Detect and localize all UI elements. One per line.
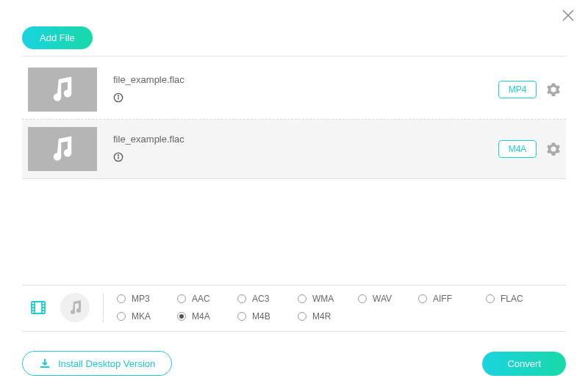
format-option-label: M4A	[192, 311, 210, 322]
format-option-m4b[interactable]: M4B	[237, 311, 298, 322]
video-category-tab[interactable]	[29, 299, 47, 316]
close-button[interactable]	[562, 9, 575, 25]
format-option-label: WAV	[373, 294, 392, 304]
divider	[22, 56, 566, 57]
format-badge[interactable]: MP4	[498, 81, 537, 98]
radio-icon	[177, 294, 186, 303]
file-thumbnail	[28, 68, 97, 112]
music-note-icon	[47, 134, 78, 164]
format-option-m4r[interactable]: M4R	[298, 311, 358, 322]
radio-icon	[358, 294, 367, 303]
install-desktop-button[interactable]: Install Desktop Version	[22, 351, 172, 376]
file-name: file_example.flac	[113, 134, 498, 145]
info-button[interactable]	[113, 92, 123, 103]
svg-point-7	[118, 154, 119, 155]
download-icon	[39, 357, 51, 369]
footer: Install Desktop Version Convert	[22, 351, 566, 376]
format-option-label: MP3	[132, 294, 150, 304]
format-badge[interactable]: M4A	[498, 140, 537, 158]
close-icon	[562, 9, 575, 22]
info-icon	[113, 152, 123, 162]
format-option-m4a[interactable]: M4A	[177, 311, 237, 322]
radio-icon	[117, 312, 126, 321]
file-name: file_example.flac	[113, 74, 498, 85]
format-option-aiff[interactable]: AIFF	[418, 294, 486, 304]
format-option-label: M4R	[312, 311, 331, 322]
format-option-label: WMA	[312, 294, 334, 304]
audio-category-tab[interactable]	[60, 293, 90, 322]
category-tabs	[22, 293, 104, 322]
radio-icon	[298, 294, 306, 303]
file-row[interactable]: file_example.flac M4A	[22, 120, 566, 179]
radio-icon	[117, 294, 126, 303]
format-option-mp3[interactable]: MP3	[117, 294, 177, 304]
radio-icon	[237, 312, 246, 321]
settings-button[interactable]	[547, 142, 560, 156]
format-option-aac[interactable]: AAC	[177, 294, 237, 304]
file-row[interactable]: file_example.flac MP4	[22, 60, 566, 120]
film-icon	[29, 299, 47, 316]
file-meta: file_example.flac	[113, 74, 498, 106]
format-option-label: MKA	[132, 311, 151, 322]
format-grid: MP3AACAC3WMAWAVAIFFFLAC MKAM4AM4BM4R	[117, 294, 566, 322]
radio-icon	[298, 312, 306, 321]
format-option-label: AC3	[252, 294, 269, 304]
format-option-wma[interactable]: WMA	[298, 294, 358, 304]
svg-point-4	[118, 95, 119, 95]
format-panel: MP3AACAC3WMAWAVAIFFFLAC MKAM4AM4BM4R	[22, 285, 566, 332]
format-option-ac3[interactable]: AC3	[237, 294, 298, 304]
format-option-mka[interactable]: MKA	[117, 311, 177, 322]
add-file-button[interactable]: Add File	[22, 26, 93, 49]
radio-icon	[237, 294, 246, 303]
music-icon	[66, 299, 84, 316]
convert-button[interactable]: Convert	[482, 352, 566, 376]
radio-icon	[486, 294, 495, 303]
music-note-icon	[47, 74, 78, 105]
gear-icon	[547, 83, 560, 96]
gear-icon	[547, 142, 560, 156]
settings-button[interactable]	[547, 83, 560, 96]
format-option-label: AIFF	[433, 294, 452, 304]
format-option-label: AAC	[192, 294, 210, 304]
file-thumbnail	[28, 127, 97, 171]
info-icon	[113, 92, 123, 103]
radio-icon	[177, 312, 186, 321]
file-meta: file_example.flac	[113, 134, 498, 165]
format-option-wav[interactable]: WAV	[358, 294, 418, 304]
format-option-flac[interactable]: FLAC	[486, 294, 553, 304]
file-list: file_example.flac MP4 file_example.flac …	[22, 60, 566, 179]
format-option-label: M4B	[252, 311, 270, 322]
radio-icon	[418, 294, 427, 303]
install-label: Install Desktop Version	[58, 358, 155, 369]
info-button[interactable]	[113, 152, 123, 162]
format-option-label: FLAC	[501, 294, 523, 304]
